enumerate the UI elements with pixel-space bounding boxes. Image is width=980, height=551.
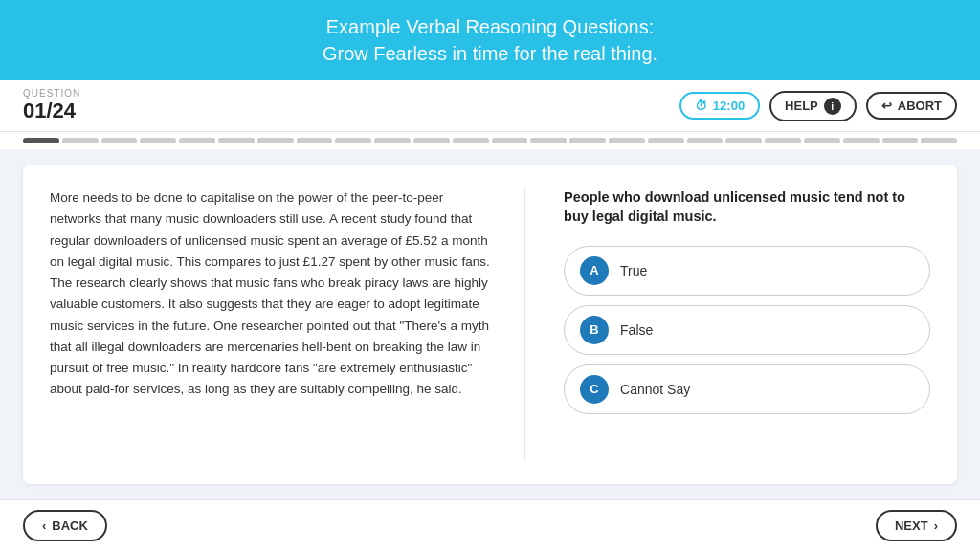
timer-button[interactable]: ⏱ 12:00 bbox=[679, 92, 760, 120]
next-button[interactable]: NEXT › bbox=[876, 510, 957, 541]
option-letter-b: B bbox=[580, 316, 609, 344]
topbar: QUESTION 01/24 ⏱ 12:00 HELP i ↩ ABORT bbox=[0, 80, 980, 132]
footer: ‹ BACK NEXT › bbox=[0, 499, 980, 551]
progress-segment bbox=[843, 138, 880, 143]
help-icon: i bbox=[824, 98, 841, 115]
option-text-c: Cannot Say bbox=[620, 382, 690, 397]
question-number: 01/24 bbox=[23, 99, 80, 123]
progress-segment bbox=[62, 138, 99, 143]
progress-segment bbox=[530, 138, 567, 143]
chevron-left-icon: ‹ bbox=[42, 518, 46, 533]
progress-segment bbox=[101, 138, 138, 143]
answer-option-a[interactable]: ATrue bbox=[564, 246, 930, 296]
answer-options: ATrueBFalseCCannot Say bbox=[564, 246, 930, 414]
option-letter-c: C bbox=[580, 375, 609, 404]
back-label: BACK bbox=[52, 518, 88, 533]
clock-icon: ⏱ bbox=[695, 99, 707, 113]
progress-segment bbox=[609, 138, 645, 143]
progress-segment bbox=[921, 138, 957, 143]
question-panel: People who download unlicensed music ten… bbox=[564, 187, 930, 461]
help-label: HELP bbox=[785, 99, 818, 113]
back-button[interactable]: ‹ BACK bbox=[23, 510, 107, 541]
page-header: Example Verbal Reasoning Questions: Grow… bbox=[0, 0, 980, 80]
progress-segment bbox=[453, 138, 489, 143]
progress-segment bbox=[179, 138, 215, 143]
timer-value: 12:00 bbox=[713, 99, 745, 113]
option-text-b: False bbox=[620, 322, 653, 338]
abort-label: ABORT bbox=[898, 99, 942, 113]
progress-segment bbox=[569, 138, 606, 143]
progress-segment bbox=[218, 138, 255, 143]
progress-segment bbox=[765, 138, 801, 143]
abort-icon: ↩ bbox=[881, 99, 892, 113]
next-label: NEXT bbox=[895, 518, 928, 533]
progress-segment bbox=[725, 138, 762, 143]
progress-segment bbox=[882, 138, 919, 143]
header-line1: Example Verbal Reasoning Questions: bbox=[326, 16, 654, 37]
progress-segment bbox=[297, 138, 333, 143]
help-button[interactable]: HELP i bbox=[769, 91, 857, 121]
chevron-right-icon: › bbox=[934, 518, 938, 533]
progress-segment bbox=[804, 138, 840, 143]
header-line2: Grow Fearless in time for the real thing… bbox=[323, 43, 657, 64]
question-text: People who download unlicensed music ten… bbox=[564, 187, 930, 227]
abort-button[interactable]: ↩ ABORT bbox=[866, 92, 957, 120]
progress-segment bbox=[492, 138, 528, 143]
progress-segment bbox=[140, 138, 176, 143]
topbar-controls: ⏱ 12:00 HELP i ↩ ABORT bbox=[679, 91, 957, 121]
progress-segment bbox=[648, 138, 684, 143]
progress-segment bbox=[413, 138, 450, 143]
question-label: QUESTION 01/24 bbox=[23, 88, 80, 123]
progress-bar bbox=[0, 132, 980, 149]
passage-text: More needs to be done to capitalise on t… bbox=[50, 187, 525, 461]
answer-option-c[interactable]: CCannot Say bbox=[564, 364, 930, 414]
main-content: More needs to be done to capitalise on t… bbox=[0, 149, 980, 499]
progress-segment bbox=[23, 138, 59, 143]
progress-segment bbox=[687, 138, 724, 143]
option-letter-a: A bbox=[580, 256, 609, 285]
progress-segment bbox=[374, 138, 411, 143]
option-text-a: True bbox=[620, 263, 647, 278]
answer-option-b[interactable]: BFalse bbox=[564, 305, 930, 355]
progress-segment bbox=[335, 138, 371, 143]
question-prefix: QUESTION bbox=[23, 88, 80, 99]
progress-segment bbox=[257, 138, 294, 143]
content-card: More needs to be done to capitalise on t… bbox=[23, 165, 957, 484]
